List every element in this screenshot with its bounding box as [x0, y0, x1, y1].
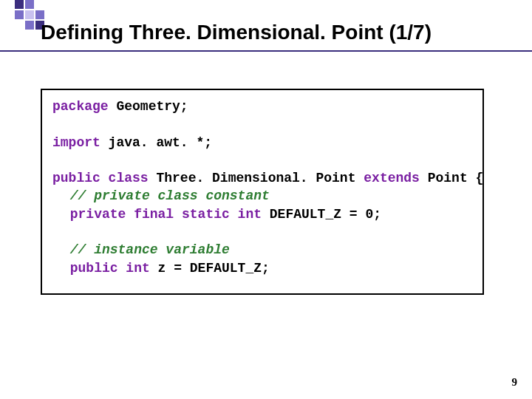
- title-underline: [0, 50, 532, 52]
- code-line-comment-1: // private class constant: [52, 187, 472, 205]
- corner-decor-squares: [15, 0, 44, 30]
- page-number: 9: [512, 376, 518, 389]
- code-line-constant: private final static int DEFAULT_Z = 0;: [52, 205, 472, 223]
- code-block: package Geometry; import java. awt. *; p…: [41, 89, 484, 295]
- code-line-comment-2: // instance variable: [52, 241, 472, 259]
- code-line-classdecl: public class Three. Dimensional. Point e…: [52, 169, 472, 187]
- slide-title: Defining Three. Dimensional. Point (1/7): [41, 21, 432, 44]
- code-line-ivar: public int z = DEFAULT_Z;: [52, 259, 472, 277]
- code-line-package: package Geometry;: [52, 98, 472, 115]
- code-line-import: import java. awt. *;: [52, 134, 472, 151]
